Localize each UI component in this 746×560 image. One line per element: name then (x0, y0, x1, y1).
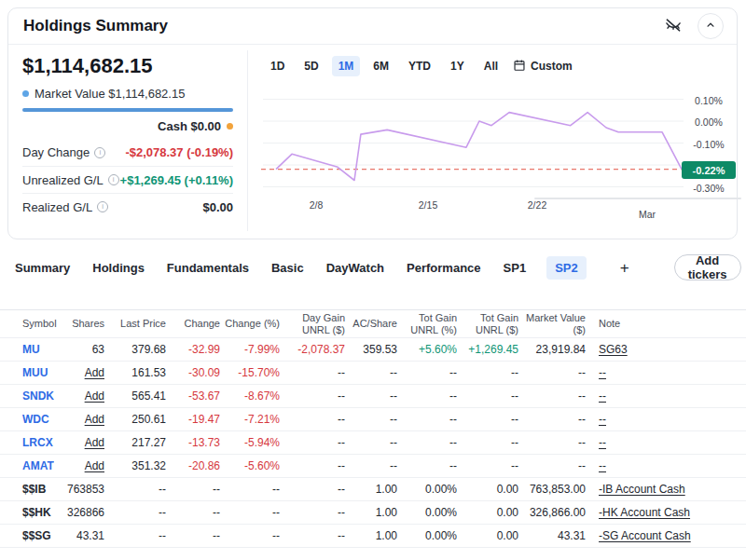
stat-label: Unrealized G/L (22, 173, 119, 187)
table-row: $$IB763853--------1.000.00%0.00763,853.0… (0, 478, 746, 501)
symbol-cell[interactable]: $$IB (0, 478, 54, 501)
shares-cell[interactable]: Add (54, 385, 104, 408)
day-gain-unrl-usd-cell: -- (280, 431, 345, 455)
table-row: MU63379.68-32.99-7.99%-2,078.37359.53+5.… (0, 338, 746, 362)
tab-performance[interactable]: Performance (407, 261, 480, 275)
range-all[interactable]: All (477, 56, 504, 76)
day-gain-unrl-usd-cell: -- (280, 362, 345, 385)
tab-sp2[interactable]: SP2 (546, 256, 587, 280)
range-1d[interactable]: 1D (264, 56, 291, 76)
symbol-cell[interactable]: $$SG (0, 525, 54, 548)
symbol-cell[interactable]: SNDK (0, 385, 54, 408)
shares-cell[interactable]: Add (54, 455, 104, 478)
shares-cell[interactable]: Add (54, 408, 104, 431)
calendar-icon (513, 59, 526, 75)
col-header-change-pct[interactable]: Change (%) (220, 310, 280, 338)
col-header-ac-share[interactable]: AC/Share (345, 310, 397, 338)
range-1y[interactable]: 1Y (444, 56, 471, 76)
custom-range-button[interactable]: Custom (513, 59, 573, 75)
note-cell[interactable]: -HK Account Cash (586, 501, 746, 525)
change-pct-cell: -- (220, 525, 280, 548)
market-value-legend-label: Market Value $1,114,682.15 (35, 87, 185, 101)
stat-label: Realized G/L (22, 200, 108, 214)
note-cell[interactable]: -SG Account Cash (586, 525, 746, 548)
ac-share-cell: 1.00 (345, 525, 397, 548)
tab-fundamentals[interactable]: Fundamentals (167, 261, 249, 275)
col-header-symbol[interactable]: Symbol (0, 310, 54, 338)
symbol-cell[interactable]: WDC (0, 408, 54, 431)
shares-cell: 63 (54, 338, 104, 362)
ac-share-cell: 359.53 (345, 338, 397, 362)
col-header-last-price[interactable]: Last Price (104, 310, 166, 338)
day-gain-unrl-usd-cell: -- (280, 478, 345, 501)
collapse-panel-button[interactable] (698, 13, 724, 39)
day-gain-unrl-usd-cell: -- (280, 408, 345, 431)
change-cell: -19.47 (166, 408, 220, 431)
range-ytd[interactable]: YTD (402, 56, 437, 76)
change-cell: -- (166, 525, 220, 548)
add-tickers-button[interactable]: Add tickers (674, 254, 741, 280)
tab-summary[interactable]: Summary (15, 261, 70, 275)
symbol-cell[interactable]: AMAT (0, 455, 54, 478)
y-axis-tick: -0.10% (682, 139, 736, 150)
market-value-usd-cell: -- (518, 362, 586, 385)
chart-scroll-track[interactable] (534, 198, 741, 199)
col-header-tot-gain-unrl-usd[interactable]: Tot Gain UNRL ($) (457, 310, 518, 338)
change-pct-cell: -5.94% (220, 431, 280, 455)
col-header-market-value-usd[interactable]: Market Value ($) (518, 310, 586, 338)
watchlist-tabs-row: SummaryHoldingsFundamentalsBasicDayWatch… (0, 252, 746, 283)
tot-gain-unrl-usd-cell: +1,269.45 (457, 338, 518, 362)
col-header-change[interactable]: Change (166, 310, 220, 338)
market-value-legend[interactable]: Market Value $1,114,682.15 (22, 87, 233, 101)
note-cell[interactable]: -IB Account Cash (586, 478, 746, 501)
shares-cell[interactable]: Add (54, 431, 104, 455)
tot-gain-unrl-usd-cell: -- (457, 431, 518, 455)
col-header-day-gain-unrl-usd[interactable]: Day Gain UNRL ($) (280, 310, 345, 338)
eye-off-icon (664, 16, 683, 37)
market-value-usd-cell: 763,853.00 (518, 478, 586, 501)
shares-cell[interactable]: Add (54, 362, 104, 385)
note-cell[interactable]: -- (586, 362, 746, 385)
table-row: $$SG43.31--------1.000.00%0.0043.31-SG A… (0, 525, 746, 548)
tab-daywatch[interactable]: DayWatch (326, 261, 384, 275)
y-axis-tick: -0.30% (682, 183, 736, 194)
note-cell[interactable]: -- (586, 431, 746, 455)
change-cell: -13.73 (166, 431, 220, 455)
note-cell[interactable]: SG63 (586, 338, 746, 362)
hide-values-button[interactable] (660, 13, 686, 39)
info-icon[interactable] (94, 147, 105, 158)
range-1m[interactable]: 1M (332, 56, 361, 76)
tab-sp1[interactable]: SP1 (504, 261, 527, 275)
portfolio-stats-panel: $1,114,682.15 Market Value $1,114,682.15… (22, 50, 233, 220)
info-icon[interactable] (108, 174, 119, 185)
tab-holdings[interactable]: Holdings (92, 261, 145, 275)
col-header-shares[interactable]: Shares (54, 310, 104, 338)
note-cell[interactable]: -- (586, 408, 746, 431)
symbol-cell[interactable]: MU (0, 338, 54, 362)
last-price-cell: -- (104, 525, 166, 548)
tab-basic[interactable]: Basic (271, 261, 304, 275)
range-5d[interactable]: 5D (297, 56, 325, 76)
holdings-table: SymbolSharesLast PriceChangeChange (%)Da… (0, 309, 746, 548)
add-tab-button[interactable]: + (620, 260, 629, 276)
note-cell[interactable]: -- (586, 455, 746, 478)
col-header-note[interactable]: Note (586, 310, 746, 338)
day-gain-unrl-usd-cell: -- (280, 455, 345, 478)
tot-gain-unrl-pct-cell: +5.60% (397, 338, 457, 362)
ac-share-cell: -- (345, 431, 397, 455)
ac-share-cell: 1.00 (345, 478, 397, 501)
change-pct-cell: -5.60% (220, 455, 280, 478)
change-cell: -- (166, 501, 220, 525)
card-header: Holdings Summary (8, 8, 737, 45)
range-6m[interactable]: 6M (366, 56, 395, 76)
ac-share-cell: -- (345, 362, 397, 385)
market-value-usd-cell: 43.31 (518, 525, 586, 548)
change-cell: -32.99 (166, 338, 220, 362)
symbol-cell[interactable]: $$HK (0, 501, 54, 525)
symbol-cell[interactable]: LRCX (0, 431, 54, 455)
col-header-tot-gain-unrl-pct[interactable]: Tot Gain UNRL (%) (397, 310, 457, 338)
note-cell[interactable]: -- (586, 385, 746, 408)
change-pct-cell: -8.67% (220, 385, 280, 408)
info-icon[interactable] (97, 201, 108, 212)
symbol-cell[interactable]: MUU (0, 362, 54, 385)
